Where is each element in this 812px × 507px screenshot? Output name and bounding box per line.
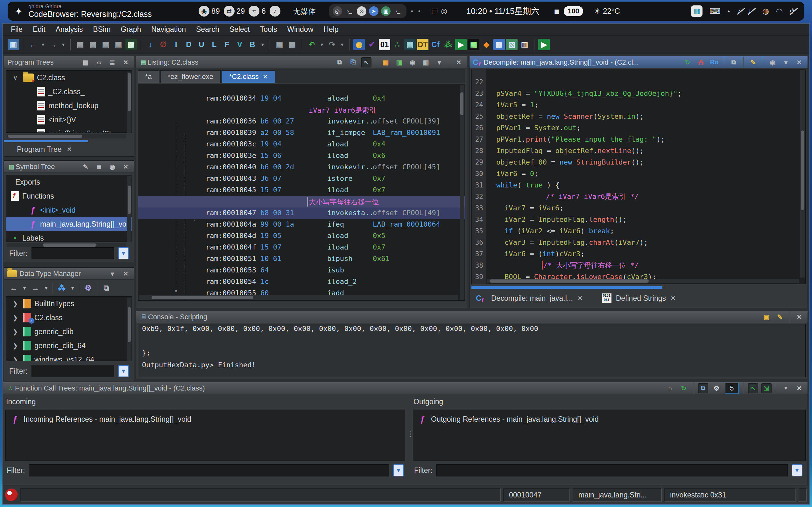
listing-titlebar[interactable]: ▤ Listing: C2.class ⧉⎘↖▦▥◉▥▾✕	[136, 56, 467, 68]
filmstrip-icon[interactable]: ▤	[404, 39, 416, 50]
edit-pencil-icon[interactable]: ✎	[80, 162, 91, 172]
symbol-node--init-void[interactable]: ƒ<init>_void	[6, 203, 132, 217]
save-icon[interactable]: ▣	[8, 39, 19, 50]
listing-instruction-row[interactable]: ram:0001003419 04aload0x4	[138, 93, 465, 104]
tray-icons[interactable]: ◎ ›_ ⊘ ➤ ▣ ›_	[329, 4, 406, 18]
decompile-line-31[interactable]: 31while( true ) {	[472, 179, 805, 191]
tab-close-icon[interactable]: ✕	[263, 73, 268, 80]
close-icon[interactable]: ✕	[121, 269, 131, 279]
tab-close-icon[interactable]: ✕	[577, 294, 583, 302]
symbol-tree-titlebar[interactable]: ▥ Symbol Tree ✎≣◉✕	[4, 161, 134, 173]
dtm-node-windows-vs12-64[interactable]: ❯windows_vs12_64	[6, 353, 132, 361]
listing-tab--c2-class[interactable]: *C2.class✕	[222, 70, 275, 83]
diff-view-icon[interactable]: ▥	[394, 57, 404, 67]
decompile-h-scrollbar-thumb[interactable]	[489, 279, 649, 283]
pointer-icon[interactable]: ➤	[369, 6, 379, 16]
forward-dropdown-icon[interactable]: ▾	[60, 39, 66, 50]
splitter-dots[interactable]: ⋮	[407, 430, 413, 438]
dtm-node-generic-clib-64[interactable]: ❯generic_clib_64	[6, 339, 132, 353]
listing-instruction-row[interactable]: ram:0001004f15 07iload0x7	[138, 242, 465, 253]
menu-select[interactable]: Select	[224, 24, 255, 35]
close-icon[interactable]: ✕	[794, 312, 804, 322]
clock[interactable]: 10:20 • 11/15星期六	[466, 6, 539, 17]
menu-help[interactable]: Help	[318, 24, 343, 35]
decompile-line-24[interactable]: 24iVar5 = 1;	[472, 99, 805, 111]
close-icon[interactable]: ✕	[121, 162, 131, 172]
program-tree-view[interactable]: ∨➤C2.class_C2.class_method_lookup<init>(…	[6, 70, 132, 133]
decompile-line-27[interactable]: 27pPVar1.print("Please input the flag: "…	[472, 134, 805, 145]
tree-node[interactable]: method_lookup	[6, 99, 132, 113]
graph-icon[interactable]: ⁂	[696, 57, 706, 67]
network-icon[interactable]: ◠	[776, 7, 783, 16]
listing-instruction-row[interactable]: ram:0001004d19 05aload0x5	[138, 230, 465, 242]
decompile-line-34[interactable]: 34iVar2 = InputedFlag.length();	[472, 214, 805, 225]
refresh-icon[interactable]: ↻	[683, 57, 693, 67]
keyboard-icon[interactable]: ⌨	[709, 7, 721, 16]
menu-analysis[interactable]: Analysis	[51, 24, 88, 35]
listing-instruction-row[interactable]: ram:0001004515 07iload0x7	[138, 185, 465, 196]
recursion-depth-badge[interactable]: 5	[725, 383, 739, 394]
decompile-line-25[interactable]: 25objectRef = new Scanner(System.in);	[472, 111, 805, 122]
pages-icon[interactable]: ⧉	[101, 282, 112, 294]
fields-grid-icon[interactable]: ▦	[381, 57, 391, 67]
decompile-line-23[interactable]: 23pSVar4 = "YTXDUG{4_tjnq13_xbz_0g_3od0e…	[472, 88, 805, 99]
terminal-icon[interactable]: ›_	[345, 6, 354, 16]
paste-icon[interactable]: ⎘	[348, 57, 358, 67]
back-dropdown-icon[interactable]: ▾	[40, 39, 46, 50]
mark-l-icon[interactable]: L	[209, 39, 220, 50]
bottom-tab-defined-strings[interactable]: 0101DATDefined Strings✕	[602, 293, 676, 303]
page-up-icon[interactable]: ▤	[100, 39, 111, 50]
dtm-node-generic-clib[interactable]: ❯generic_clib	[6, 325, 132, 339]
listing-h-scrollbar-thumb[interactable]	[152, 296, 253, 299]
symbol-filter-input[interactable]	[32, 247, 115, 260]
menu-edit[interactable]: Edit	[28, 24, 51, 35]
listing-instruction-row[interactable]: ram:00010040b6 00 2dinvokevir...offset C…	[138, 162, 465, 173]
dtm-tree-view[interactable]: ❯BuiltInTypes❯✓C2.class❯generic_clib❯gen…	[6, 296, 132, 361]
listing-v-scrollbar-thumb[interactable]	[460, 92, 463, 115]
node-filter-icon[interactable]: ⁂	[56, 282, 67, 294]
mark-dropdown-icon[interactable]: ▾	[259, 39, 266, 50]
decompile-line-33[interactable]: 33iVar7 = iVar6;	[472, 203, 805, 214]
listing-instruction-row[interactable]: ram:00010039a2 00 58if_icmpgeLAB_ram_000…	[138, 127, 465, 139]
active-app[interactable]: ✦ ghidra-Ghidra CodeBrowser: Reversing:/…	[8, 4, 198, 18]
decompile-line-28[interactable]: 28InputedFlag = objectRef.nextLine();	[472, 145, 805, 157]
program-trees-titlebar[interactable]: Program Trees ▦▱≣✕	[4, 56, 134, 68]
node-dropdown-icon[interactable]: ▾	[69, 282, 76, 294]
mark-i-icon[interactable]: I	[170, 39, 182, 50]
back-dropdown-icon[interactable]: ▾	[21, 282, 28, 294]
listing-instruction-row[interactable]: ram:000100541ciload_2	[138, 276, 465, 288]
filter-gear-icon[interactable]: ⚙	[711, 383, 721, 393]
v-scrollbar-thumb[interactable]	[128, 307, 131, 342]
table-view-icon[interactable]: ▦	[494, 39, 505, 50]
listing-instruction-row[interactable]: ram:0001005110 61bipush0x61	[138, 253, 465, 265]
dtm-node-builtintypes[interactable]: ❯BuiltInTypes	[6, 297, 132, 311]
mark-d-icon[interactable]: D	[183, 39, 194, 50]
clear-pencil-icon[interactable]: ✎	[775, 312, 785, 322]
analysis-bolt-icon[interactable]: ◍	[353, 39, 365, 50]
filter-funnel-icon[interactable]: ▼	[118, 247, 129, 260]
memory-chip-icon[interactable]: ▦	[468, 39, 479, 50]
undo-dropdown-icon[interactable]: ▾	[318, 39, 325, 50]
console-titlebar[interactable]: ⌸ Console - Scripting ▣✎✕	[136, 311, 808, 323]
symbol-node-labels[interactable]: ●Labels	[6, 231, 132, 241]
page-down-icon[interactable]: ▤	[113, 39, 124, 50]
tree-nodes-icon[interactable]: ⁂	[443, 39, 454, 50]
decompile-line-29[interactable]: 29objectRef_00 = new StringBuilder();	[472, 157, 805, 168]
decompile-line-30[interactable]: 30iVar6 = 0;	[472, 168, 805, 179]
refresh-icon[interactable]: ↻	[679, 383, 689, 393]
run-loop-icon[interactable]: ▶	[538, 39, 550, 50]
binary-doc-icon[interactable]: 01	[379, 39, 390, 50]
close-icon[interactable]: ✕	[794, 383, 804, 393]
tree-node[interactable]: _C2.class_	[6, 84, 132, 99]
app-grid-icon[interactable]: ▦	[691, 5, 702, 17]
lock-icon[interactable]: ▣	[761, 312, 771, 322]
menu-search[interactable]: Search	[191, 24, 224, 35]
tab-close-icon[interactable]: ✕	[671, 294, 676, 302]
chart-bars-icon[interactable]: ▥	[519, 39, 530, 50]
menu-file[interactable]: File	[6, 24, 28, 35]
decompile-titlebar[interactable]: Cf Decompile: main_java.lang.String[]_vo…	[469, 56, 808, 68]
bottom-tab-decompile-main-java-l-[interactable]: CfDecompile: main_java.l...✕	[476, 294, 583, 303]
symbol-node-functions[interactable]: fFunctions	[6, 189, 132, 203]
cursor-arrow-icon[interactable]: ↖	[361, 57, 371, 67]
back-icon[interactable]: ←	[8, 282, 19, 294]
